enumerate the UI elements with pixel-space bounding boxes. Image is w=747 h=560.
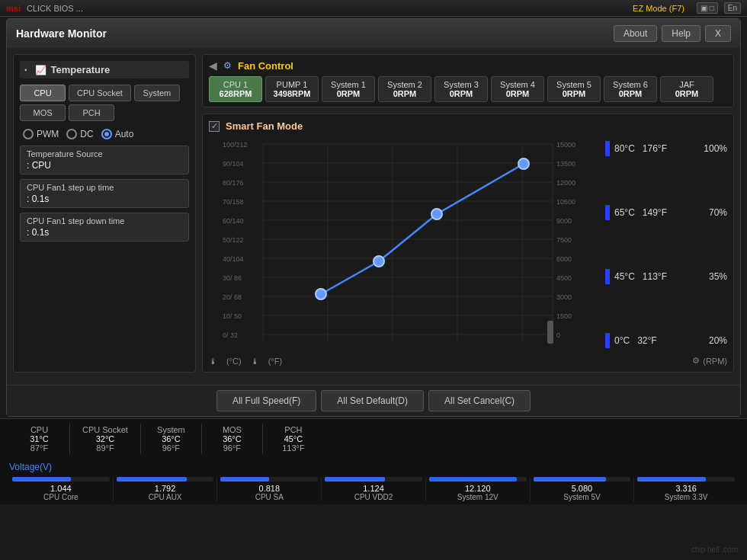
cpu-socket-temp-button[interactable]: CPU Socket: [69, 85, 131, 101]
svg-text:3000: 3000: [556, 293, 572, 301]
svg-text:50/122: 50/122: [223, 236, 244, 244]
voltage-section: Voltage(V) 1.044 CPU Core 1.792 CPU AUX …: [0, 459, 747, 504]
status-cpu-socket-label: CPU Socket: [82, 425, 128, 434]
about-button[interactable]: About: [614, 25, 657, 42]
top-bar: msi CLICK BIOS ... EZ Mode (F7) ▣ □ En: [0, 0, 747, 17]
fan-slot-sys2[interactable]: System 2 0RPM: [378, 76, 431, 102]
window-title: Hardware Monitor: [16, 27, 107, 40]
all-set-cancel-button[interactable]: All Set Cancel(C): [428, 390, 531, 411]
voltage-cpu-vdd2-track: [325, 477, 422, 482]
legend-pct-1: 100%: [704, 143, 727, 154]
voltage-sys12v-value: 12.120: [429, 484, 527, 493]
fan-slot-sys1-name: System 1: [329, 80, 368, 89]
fan-slot-sys5-name: System 5: [554, 80, 594, 89]
thermometer-icon-f: 🌡: [251, 357, 259, 366]
fan-nav-back-arrow[interactable]: ◀: [209, 59, 217, 72]
status-system-label: System: [153, 425, 189, 434]
svg-text:1500: 1500: [556, 312, 572, 320]
legend-temp-c-2: 65°C: [614, 207, 635, 218]
control-point-3[interactable]: [431, 209, 442, 219]
svg-text:90/104: 90/104: [223, 160, 244, 168]
voltage-cpu-sa-track: [220, 477, 318, 482]
all-set-default-button[interactable]: All Set Default(D): [321, 390, 424, 411]
svg-text:0: 0: [556, 331, 560, 339]
auto-radio[interactable]: Auto: [101, 129, 134, 139]
status-system-f: 96°F: [153, 443, 189, 453]
help-button[interactable]: Help: [662, 25, 701, 42]
close-button[interactable]: X: [705, 25, 731, 42]
smart-fan-checkbox[interactable]: ✓: [209, 121, 220, 132]
fan-slot-sys6[interactable]: System 6 0RPM: [604, 76, 657, 102]
fan-slot-jaf-rpm: 0RPM: [667, 89, 707, 98]
fan-slot-cpu1-name: CPU 1: [216, 80, 255, 89]
status-pch-c: 45°C: [275, 434, 312, 443]
legend-pct-2: 70%: [709, 207, 727, 218]
legend-bar-1: [605, 141, 610, 156]
fan-slot-sys6-name: System 6: [611, 80, 650, 89]
legend-temps-2: 65°C 149°F: [614, 207, 667, 218]
voltage-sys5v-name: System 5V: [534, 493, 631, 501]
status-mos: MOS 36°C 96°F: [202, 424, 263, 454]
ezmode-label[interactable]: EZ Mode (F7): [633, 4, 684, 13]
fan-slot-sys4-name: System 4: [498, 80, 537, 89]
pwm-radio-circle: [23, 129, 34, 139]
voltage-cpu-aux: 1.792 CPU AUX: [114, 477, 218, 501]
voltage-cpu-aux-track: [117, 477, 214, 482]
status-pch-f: 113°F: [275, 443, 312, 453]
thermometer-icon-c: 🌡: [209, 357, 217, 366]
fan-slot-sys1[interactable]: System 1 0RPM: [322, 76, 375, 102]
control-point-4[interactable]: [518, 158, 529, 169]
temperature-label: Temperature: [51, 64, 111, 75]
fan-slot-cpu1[interactable]: CPU 1 628RPM: [209, 76, 262, 102]
watermark: chip hell .com: [691, 546, 738, 554]
legend-row-2: 65°C 149°F 70%: [605, 205, 727, 220]
legend-pct-3: 35%: [709, 271, 727, 282]
voltage-sys5v-track: [534, 477, 631, 482]
voltage-cpu-sa-value: 0.818: [220, 484, 318, 493]
temp-source-value: : CPU: [27, 160, 182, 171]
window-buttons: About Help X: [614, 25, 731, 42]
voltage-sys12v-fill: [429, 477, 517, 482]
fan-slot-sys3-name: System 3: [441, 80, 481, 89]
svg-text:10/ 50: 10/ 50: [223, 312, 242, 320]
chart-area[interactable]: 100/212 90/104 80/176 70/158 60/140 50/1…: [209, 138, 599, 351]
all-full-speed-button[interactable]: All Full Speed(F): [216, 390, 316, 411]
fan-step-up-label: CPU Fan1 step up time: [27, 183, 182, 192]
pch-temp-button[interactable]: PCH: [69, 104, 114, 121]
system-temp-button[interactable]: System: [134, 85, 180, 101]
control-point-1[interactable]: [316, 289, 326, 299]
fan-curve-svg[interactable]: 100/212 90/104 80/176 70/158 60/140 50/1…: [209, 138, 599, 351]
fan-slot-sys5[interactable]: System 5 0RPM: [547, 76, 601, 102]
svg-text:12000: 12000: [556, 179, 575, 187]
legend-bar-3: [605, 269, 610, 284]
cpu-temp-button[interactable]: CPU: [20, 85, 66, 101]
svg-text:7500: 7500: [556, 236, 572, 244]
chart-scrollbar[interactable]: [547, 321, 553, 344]
fan-slot-pump1[interactable]: PUMP 1 3498RPM: [265, 76, 319, 102]
fan-slot-sys3[interactable]: System 3 0RPM: [434, 76, 488, 102]
mos-temp-button[interactable]: MOS: [20, 104, 66, 121]
collapse-icon[interactable]: ▪: [24, 66, 27, 74]
control-point-2[interactable]: [374, 256, 384, 267]
title-bar: Hardware Monitor About Help X: [7, 19, 740, 48]
status-mos-label: MOS: [214, 425, 250, 434]
dc-label: DC: [80, 129, 93, 139]
legend-bar-4: [605, 333, 610, 348]
temp-source-label: Temperature Source: [27, 149, 182, 158]
status-bar: CPU 31°C 87°F CPU Socket 32°C 89°F Syste…: [0, 418, 747, 459]
fan-step-down-value: : 0.1s: [27, 227, 182, 238]
x-axis-fahrenheit-label: (°F): [268, 357, 282, 366]
fan-slot-sys6-rpm: 0RPM: [611, 89, 650, 98]
legend-temps-4: 0°C 32°F: [614, 335, 657, 346]
fan-slot-sys4[interactable]: System 4 0RPM: [491, 76, 544, 102]
pwm-radio[interactable]: PWM: [23, 129, 59, 139]
legend-bar-2: [605, 205, 610, 220]
dc-radio[interactable]: DC: [66, 129, 93, 139]
x-axis-celsius-label: (°C): [226, 357, 242, 366]
language-icon[interactable]: En: [724, 2, 741, 14]
fan-step-down-box: CPU Fan1 step down time : 0.1s: [20, 213, 189, 242]
voltage-cpu-core-value: 1.044: [12, 484, 110, 493]
fan-slot-jaf[interactable]: JAF 0RPM: [660, 76, 713, 102]
voltage-cpu-core-name: CPU Core: [12, 493, 110, 501]
voltage-cpu-vdd2-value: 1.124: [325, 484, 422, 493]
